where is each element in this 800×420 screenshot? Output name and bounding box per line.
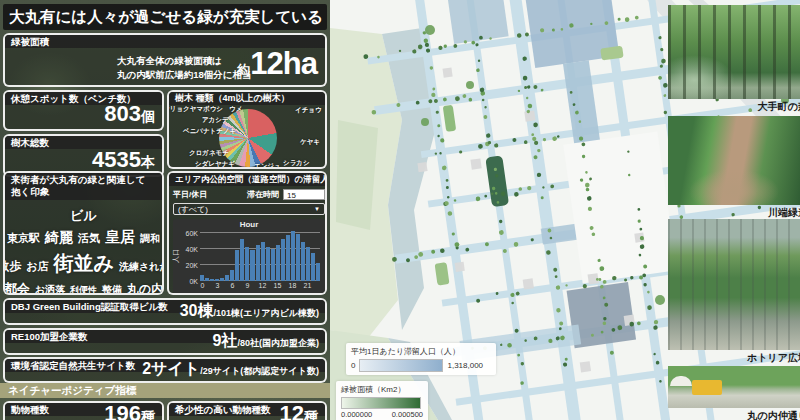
bar [286, 235, 290, 281]
x-axis-ticks: 036912151821 [200, 282, 320, 291]
bar [225, 275, 229, 281]
card-stay-population: エリア内公的空間（道路空間）の滞留人口 平日/休日 滞在時間 15 (すべて) … [167, 171, 327, 295]
animal-species-value: 196種 [104, 401, 155, 420]
photo-label-marunouchi-nakadori: 丸の内仲通り [668, 409, 800, 420]
re100-value: 9社/80社(国内加盟企業) [213, 331, 319, 352]
legend-green-min: 0.000000 [341, 410, 372, 419]
legend-green-title: 緑被面積（Km2） [341, 384, 423, 395]
impression-word: 整備 [102, 283, 122, 295]
impression-word: 東京駅 [7, 231, 40, 246]
bar-series [200, 231, 320, 281]
bar [291, 231, 295, 281]
legend-population: 平均1日あたり滞留人口（人） 0 1,318,000 [346, 343, 496, 375]
photo-label-kawabata-greenway: 川端緑道 [668, 206, 800, 220]
bar [256, 245, 260, 281]
page-title: 大丸有には人々が過ごせる緑が充実している [3, 4, 327, 30]
rare-animal-species-value: 12種 [280, 401, 318, 420]
photo-hotoria-plaza [668, 219, 800, 350]
photo-otemachi-forest [668, 5, 800, 99]
card-animal-species: 動物種数 196種 [3, 401, 164, 420]
impression-word: 調和 [140, 232, 160, 246]
env-sites-value: 2サイト/29サイト(都内認定サイト数) [142, 359, 319, 380]
legend-green-max: 0.000500 [392, 410, 423, 419]
weekday-filter-label: 平日/休日 [173, 189, 207, 200]
impression-word: 綺麗 [45, 229, 73, 247]
bar [220, 278, 224, 281]
impression-word: 都会 [4, 280, 30, 295]
impression-word: 街並み [54, 250, 114, 277]
bar [230, 270, 234, 281]
legend-green-gradient [341, 397, 421, 409]
nature-positive-header: ネイチャーポジティブ指標 [0, 383, 330, 398]
card-bench-count: 休憩スポット数（ベンチ数） 803個 [3, 90, 164, 131]
card-re100: RE100加盟企業数 9社/80社(国内加盟企業) [3, 328, 327, 355]
dbj-value: 30棟/101棟(エリア内ビル棟数) [180, 301, 319, 322]
card-green-coverage: 緑被面積 大丸有全体の緑被面積は 丸の内駅前広場約18個分に相当 約12ha [3, 33, 327, 87]
stay-time-input[interactable]: 15 [283, 189, 325, 200]
impression-word: 丸の内 [127, 281, 163, 295]
stay-time-label: 滞在時間 [247, 189, 279, 200]
card-env-ministry-sites: 環境省認定自然共生サイト数 2サイト/29サイト(都内認定サイト数) [3, 357, 327, 383]
card-dbj-certified: DBJ Green Building認証取得ビル数 30棟/101棟(エリア内ビ… [3, 298, 327, 325]
bar [235, 250, 239, 281]
bar [296, 234, 300, 281]
impression-word: ビル [70, 207, 97, 225]
kpi-panel: 大丸有には人々が過ごせる緑が充実している 緑被面積 大丸有全体の緑被面積は 丸の… [0, 0, 330, 420]
bar [271, 249, 275, 281]
impression-word: 皇居 [105, 228, 135, 247]
weekday-filter-dropdown[interactable]: (すべて) ▼ [173, 203, 325, 215]
bar [276, 245, 280, 281]
impression-word: 洗練された [119, 260, 164, 274]
bar [200, 275, 204, 281]
photo-marunouchi-nakadori [668, 366, 800, 408]
umbrella-shape [670, 376, 692, 386]
bar [311, 253, 315, 281]
impressions-word-cloud: ビル東京駅綺麗活気皇居調和散歩お店街並み洗練された都会お洒落利便性整備丸の内建物… [5, 207, 162, 295]
legend-population-min: 0 [351, 361, 355, 370]
bench-count-value: 803個 [104, 101, 155, 127]
chevron-down-icon: ▼ [314, 206, 320, 212]
bar [316, 263, 320, 281]
bar [205, 278, 209, 281]
photo-label-hotoria-plaza: ホトリア広場 [668, 351, 800, 365]
bar [245, 247, 249, 281]
bar [306, 247, 310, 281]
food-truck-shape [692, 380, 722, 395]
bar [266, 247, 270, 281]
impressions-header: 来街者が大丸有の緑と関連して 抱く印象 [5, 173, 162, 200]
bar [281, 239, 285, 281]
legend-population-title: 平均1日あたり滞留人口（人） [351, 346, 491, 357]
tree-total-value: 4535本 [92, 147, 155, 173]
stay-population-bar-chart[interactable]: Hour 人口 036912151821 0K20K40K60K [173, 219, 325, 294]
photo-kawabata-greenway [668, 116, 800, 205]
legend-green-area: 緑被面積（Km2） 0.000000 0.000500 [336, 381, 428, 420]
photo-label-otemachi-forest: 大手町の森 [668, 100, 800, 114]
impression-word: お洒落 [35, 283, 65, 295]
bar [261, 242, 265, 281]
card-tree-species: 樹木 種類（4m以上の樹木） ジョウリョクヤマボウシ ウメ イチョウ アカシデ … [167, 90, 327, 169]
green-coverage-desc: 大丸有全体の緑被面積は 丸の内駅前広場約18個分に相当 [117, 54, 252, 82]
card-impressions: 来街者が大丸有の緑と関連して 抱く印象 ビル東京駅綺麗活気皇居調和散歩お店街並み… [3, 171, 164, 295]
dashboard: { "header": { "title": "大丸有には人々が過ごせる緑が充実… [0, 0, 800, 420]
impression-word: 利便性 [70, 284, 97, 295]
bar [240, 239, 244, 281]
impression-word: 散歩 [3, 258, 21, 275]
impression-word: お店 [26, 259, 48, 274]
bar [250, 250, 254, 281]
bar [210, 279, 214, 281]
legend-population-gradient [359, 359, 443, 372]
bar [215, 279, 219, 281]
green-coverage-value: 約12ha [237, 46, 317, 82]
legend-population-max: 1,318,000 [447, 361, 483, 370]
bar [301, 242, 305, 281]
card-rare-animal-species: 希少性の高い動物種数 12種 [167, 401, 327, 420]
impression-word: 活気 [78, 231, 100, 246]
